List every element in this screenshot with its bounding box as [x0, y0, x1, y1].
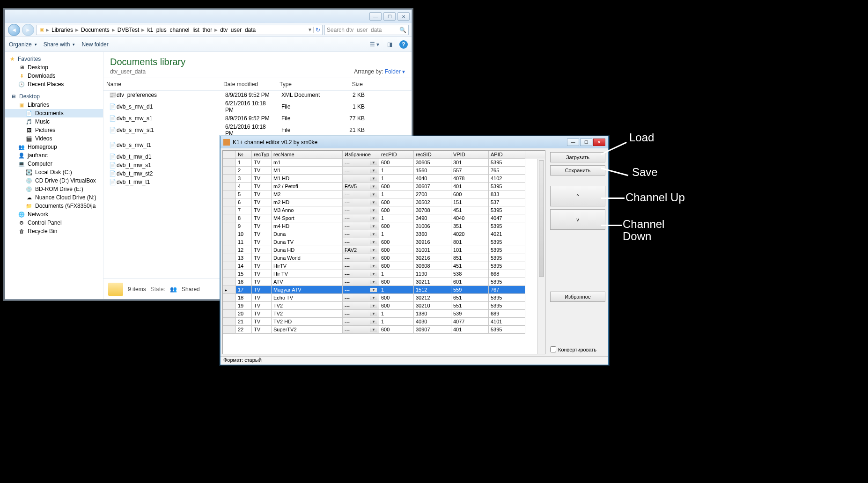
convert-checkbox[interactable]: Конвертировать [550, 346, 605, 352]
cell-fav-dropdown[interactable]: --- [343, 206, 379, 214]
row-header[interactable] [223, 222, 236, 230]
cell-vpid[interactable]: 539 [451, 310, 489, 318]
cell-type[interactable]: TV [252, 238, 272, 246]
bc-item[interactable]: Libraries [50, 27, 74, 33]
cell-apid[interactable]: 5395 [489, 238, 525, 246]
sidebar-item-user[interactable]: 👤jaufranc [5, 151, 103, 160]
row-header[interactable] [223, 175, 236, 183]
cell-no[interactable]: 16 [236, 278, 252, 286]
cell-name[interactable]: M1 HD [272, 175, 343, 183]
grid-row[interactable]: 20 TV TV2 --- 1 1380 539 689 [223, 310, 545, 318]
sidebar-item-disk-c[interactable]: 💽Local Disk (C:) [5, 168, 103, 176]
cell-recpid[interactable]: 600 [379, 206, 414, 214]
cell-recsid[interactable]: 1512 [414, 286, 451, 294]
col-size[interactable]: Size [328, 80, 366, 88]
cell-recsid[interactable]: 30502 [414, 198, 451, 206]
channel-grid[interactable]: № recTyp recName Избранное recPID recSID… [222, 150, 545, 354]
row-header[interactable] [223, 198, 236, 206]
grid-row[interactable]: 12 TV Duna HD FAV2 600 31001 101 5395 [223, 246, 545, 254]
cell-type[interactable]: TV [252, 167, 272, 175]
arrange-dropdown[interactable]: Folder ▾ [385, 68, 405, 75]
cell-fav-dropdown[interactable]: --- [343, 190, 379, 198]
favorites-button[interactable]: Избранное [550, 292, 605, 302]
cell-vpid[interactable]: 351 [451, 222, 489, 230]
cell-apid[interactable]: 4047 [489, 214, 525, 222]
col-rectype[interactable]: recTyp [252, 151, 272, 159]
cell-no[interactable]: 7 [236, 206, 252, 214]
cell-recpid[interactable]: 600 [379, 159, 414, 167]
cell-no[interactable]: 20 [236, 310, 252, 318]
sidebar-item-documents[interactable]: 📄Documents [5, 109, 103, 117]
cell-apid[interactable]: 5395 [489, 206, 525, 214]
cell-recpid[interactable]: 1 [379, 230, 414, 238]
cell-recpid[interactable]: 600 [379, 238, 414, 246]
cell-name[interactable]: M1 [272, 167, 343, 175]
cell-name[interactable]: m2 / Petofi [272, 183, 343, 190]
sidebar-item-recyclebin[interactable]: 🗑Recycle Bin [5, 227, 103, 235]
scrollbar-thumb[interactable] [539, 160, 544, 277]
cell-vpid[interactable]: 538 [451, 270, 489, 278]
col-recname[interactable]: recName [272, 151, 343, 159]
sidebar-item-netdocs[interactable]: 📁Documents (\\FX8350\ja [5, 202, 103, 210]
cell-type[interactable]: TV [252, 159, 272, 167]
file-row[interactable]: 📰 dtv_preferences 8/9/2016 9:52 PM XML D… [103, 91, 412, 99]
share-button[interactable]: Share with [44, 41, 75, 48]
grid-row[interactable]: 6 TV m2 HD --- 600 30502 151 537 [223, 198, 545, 206]
grid-row[interactable]: 14 TV HirTV --- 600 30608 451 5395 [223, 262, 545, 270]
cell-recpid[interactable]: 1 [379, 310, 414, 318]
col-fav[interactable]: Избранное [343, 151, 379, 159]
cell-no[interactable]: 19 [236, 302, 252, 310]
cell-type[interactable]: TV [252, 318, 272, 326]
cell-recsid[interactable]: 1380 [414, 310, 451, 318]
sidebar-item-controlpanel[interactable]: ⚙Control Panel [5, 219, 103, 227]
cell-no[interactable]: 1 [236, 159, 252, 167]
row-header[interactable] [223, 310, 236, 318]
minimize-button[interactable]: — [369, 12, 382, 21]
row-header[interactable] [223, 302, 236, 310]
row-header[interactable] [223, 254, 236, 262]
cell-name[interactable]: Magyar ATV [272, 286, 343, 294]
sidebar-item-computer[interactable]: 💻Computer [5, 160, 103, 168]
cell-name[interactable]: M4 Sport [272, 214, 343, 222]
cell-apid[interactable]: 5395 [489, 302, 525, 310]
grid-row[interactable]: 21 TV TV2 HD --- 1 4030 4077 4101 [223, 318, 545, 326]
sidebar-item-cd-d[interactable]: 💿CD Drive (D:) VirtualBox [5, 176, 103, 185]
grid-row[interactable]: 17 TV Magyar ATV --- 1 1512 559 767 [223, 286, 545, 294]
cell-apid[interactable]: 5395 [489, 183, 525, 190]
cell-fav-dropdown[interactable]: --- [343, 318, 379, 326]
channel-down-button[interactable]: v [550, 209, 605, 230]
grid-row[interactable]: 2 TV M1 --- 1 1560 557 765 [223, 167, 545, 175]
row-header[interactable] [223, 238, 236, 246]
col-name[interactable]: Name [103, 80, 221, 88]
grid-row[interactable]: 13 TV Duna World --- 600 30216 851 5395 [223, 254, 545, 262]
cell-name[interactable]: ATV [272, 278, 343, 286]
load-button[interactable]: Загрузить [550, 152, 605, 162]
cell-type[interactable]: TV [252, 310, 272, 318]
cell-vpid[interactable]: 451 [451, 206, 489, 214]
cell-recsid[interactable]: 3360 [414, 230, 451, 238]
cell-recpid[interactable]: 600 [379, 326, 414, 334]
cell-recpid[interactable]: 600 [379, 246, 414, 254]
cell-name[interactable]: SuperTV2 [272, 326, 343, 334]
cell-type[interactable]: TV [252, 175, 272, 183]
sidebar-item-downloads[interactable]: ⬇Downloads [5, 72, 103, 80]
cell-no[interactable]: 13 [236, 254, 252, 262]
cell-name[interactable]: Echo TV [272, 294, 343, 302]
grid-row[interactable]: 3 TV M1 HD --- 1 4040 4078 4102 [223, 175, 545, 183]
cell-no[interactable]: 9 [236, 222, 252, 230]
cell-recsid[interactable]: 31001 [414, 246, 451, 254]
maximize-button[interactable]: ☐ [580, 139, 592, 146]
cell-vpid[interactable]: 401 [451, 326, 489, 334]
scrollbar[interactable] [537, 159, 545, 354]
cell-recsid[interactable]: 30907 [414, 326, 451, 334]
cell-recsid[interactable]: 2700 [414, 190, 451, 198]
cell-apid[interactable]: 833 [489, 190, 525, 198]
sidebar-item-recent[interactable]: 🕓Recent Places [5, 80, 103, 88]
cell-vpid[interactable]: 651 [451, 294, 489, 302]
cell-fav-dropdown[interactable]: --- [343, 230, 379, 238]
preview-pane-icon[interactable]: ◨ [384, 40, 395, 49]
sidebar-item-desktop[interactable]: 🖥Desktop [5, 63, 103, 72]
cell-no[interactable]: 21 [236, 318, 252, 326]
grid-row[interactable]: 5 TV M2 --- 1 2700 600 833 [223, 190, 545, 198]
cell-vpid[interactable]: 4040 [451, 214, 489, 222]
